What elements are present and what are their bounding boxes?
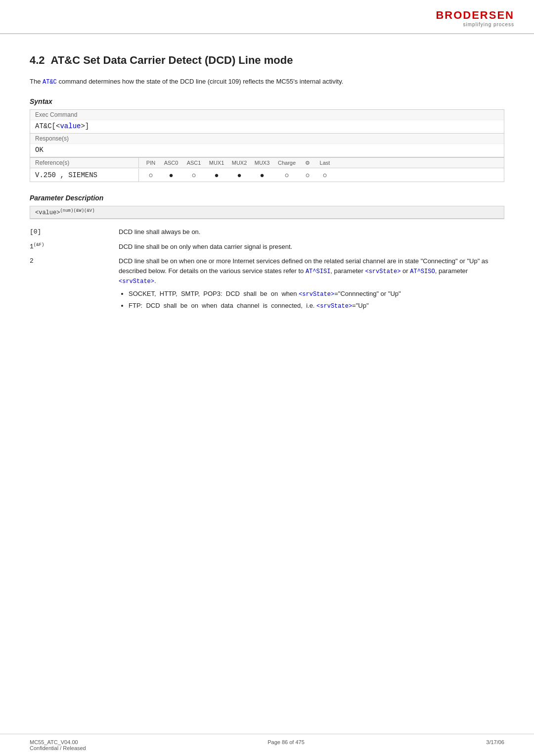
main-content: 4.2 AT&C Set Data Carrier Detect (DCD) L… — [0, 34, 534, 347]
ref-data-row: V.250 , SIEMENS ○ ● ○ ● ● ● ○ ○ ○ — [30, 168, 504, 182]
ref-circles: ○ ● ○ ● ● ● ○ ○ ○ — [139, 168, 504, 182]
col-headers: PIN ASC0 ASC1 MUX1 MUX2 MUX3 Charge ⚙ La… — [139, 158, 504, 168]
footer-confidential: Confidential / Released — [30, 745, 86, 751]
param-desc-2-bullets: SOCKET, HTTP, SMTP, POP3: DCD shall be o… — [129, 289, 504, 311]
reference-value: V.250 , SIEMENS — [30, 169, 139, 182]
footer-doc-id: MC55_ATC_V04.00 — [30, 739, 86, 745]
syntax-table: Exec Command AT&C[<value>] Response(s) O… — [30, 109, 504, 158]
circle-pin: ○ — [142, 171, 160, 179]
circle-mux2: ● — [228, 171, 251, 179]
param-entry-1: 1(&F) DCD line shall be on only when dat… — [30, 242, 504, 252]
param-key-1: 1(&F) — [30, 242, 119, 252]
srvstate-ref-1: <srvState> — [365, 268, 400, 275]
footer-page: Page 86 of 475 — [267, 739, 305, 751]
param-entry-2: 2 DCD line shall be on when one or more … — [30, 256, 504, 313]
param-key-2: 2 — [30, 256, 119, 313]
footer-left: MC55_ATC_V04.00 Confidential / Released — [30, 739, 86, 751]
col-mux1: MUX1 — [205, 160, 228, 166]
response-value: OK — [30, 144, 504, 157]
param-desc-0: DCD line shall always be on. — [119, 227, 504, 237]
circle-asc0: ● — [160, 171, 182, 179]
param-header-row: <value>(num)(&W)(&V) — [30, 206, 504, 219]
col-charge: Charge — [273, 160, 300, 166]
srvstate-ref-2: <srvState> — [119, 278, 154, 285]
circle-last: ○ — [315, 171, 335, 179]
col-last: Last — [315, 160, 335, 166]
bullet-socket: SOCKET, HTTP, SMTP, POP3: DCD shall be o… — [129, 289, 504, 299]
footer-date: 3/17/06 — [486, 739, 504, 751]
at-siso-ref: AT^SISO — [410, 268, 435, 275]
circle-charge: ○ — [273, 171, 300, 179]
reference-table: Reference(s) PIN ASC0 ASC1 MUX1 MUX2 MUX… — [30, 158, 504, 182]
srvstate-up: <srvState> — [316, 303, 352, 310]
col-mux2: MUX2 — [228, 160, 251, 166]
param-header-table: <value>(num)(&W)(&V) — [30, 206, 504, 219]
circle-asc1: ○ — [182, 171, 205, 179]
page-footer: MC55_ATC_V04.00 Confidential / Released … — [0, 734, 534, 756]
col-asc0: ASC0 — [160, 160, 182, 166]
reference-label: Reference(s) — [30, 158, 139, 168]
param-key-0: [0] — [30, 227, 119, 237]
param-desc-1: DCD line shall be on only when data carr… — [119, 242, 504, 252]
col-mux3: MUX3 — [251, 160, 273, 166]
param-key-1-sup: (&F) — [34, 242, 44, 247]
at-sisi-ref: AT^SISI — [306, 268, 330, 275]
page-header: BRODERSEN simplifying process — [0, 0, 534, 34]
param-header-sup: (num)(&W)(&V) — [60, 208, 94, 213]
logo-sub: simplifying process — [463, 22, 514, 27]
syntax-title: Syntax — [30, 97, 504, 105]
circle-mux3: ● — [251, 171, 273, 179]
param-header-name: value — [39, 209, 56, 216]
section-title: AT&C Set Data Carrier Detect (DCD) Line … — [51, 54, 293, 67]
col-special: ⚙ — [300, 160, 315, 166]
logo-text: BRODERSEN — [436, 9, 514, 22]
param-description-title: Parameter Description — [30, 194, 504, 202]
col-asc1: ASC1 — [182, 160, 205, 166]
intro-text-before: The — [30, 78, 43, 85]
section-number: 4.2 — [30, 54, 45, 67]
srvstate-connecting: <srvState> — [299, 291, 334, 298]
intro-command: AT&C — [43, 79, 57, 86]
param-desc-2: DCD line shall be on when one or more In… — [119, 256, 504, 313]
circle-special: ○ — [300, 171, 315, 179]
intro-paragraph: The AT&C command determines how the stat… — [30, 77, 504, 87]
ref-header-row: Reference(s) PIN ASC0 ASC1 MUX1 MUX2 MUX… — [30, 158, 504, 168]
logo-area: BRODERSEN simplifying process — [436, 9, 514, 27]
intro-text-after: command determines how the state of the … — [57, 78, 344, 85]
section-heading: 4.2 AT&C Set Data Carrier Detect (DCD) L… — [30, 54, 504, 67]
exec-label: Exec Command — [30, 110, 504, 120]
bullet-ftp: FTP: DCD shall be on when data channel i… — [129, 301, 504, 311]
exec-value: AT&C[<value>] — [30, 120, 504, 134]
response-label: Response(s) — [30, 134, 504, 144]
param-entries: [0] DCD line shall always be on. 1(&F) D… — [30, 227, 504, 313]
col-pin: PIN — [142, 160, 160, 166]
circle-mux1: ● — [205, 171, 228, 179]
param-entry-0: [0] DCD line shall always be on. — [30, 227, 504, 237]
